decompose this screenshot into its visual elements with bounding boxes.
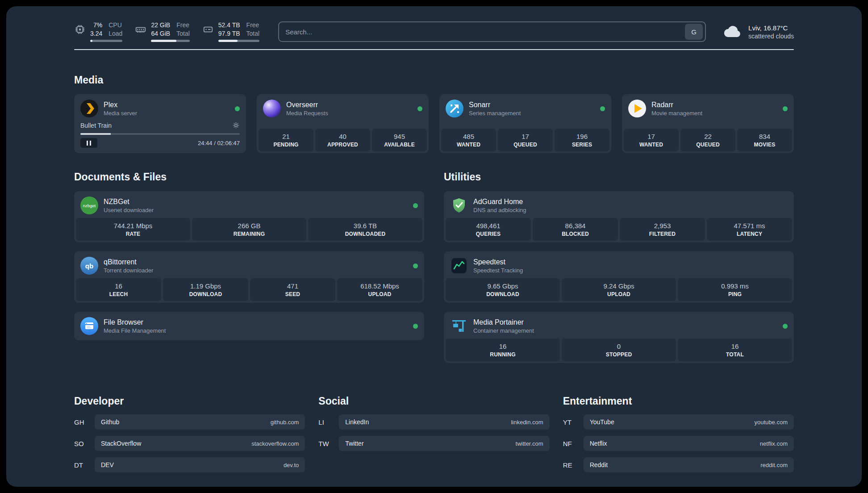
- status-dot: [413, 263, 418, 268]
- cpu-progress-bar: [90, 40, 122, 42]
- service-subtitle: Media Requests: [286, 110, 328, 117]
- section-title-developer: Developer: [74, 395, 305, 407]
- stat-rate: 744.21 Mbps RATE: [76, 218, 190, 241]
- card-speedtest[interactable]: Speedtest Speedtest Tracking 9.65 Gbps D…: [444, 251, 794, 303]
- stat-blocked: 86,384 BLOCKED: [533, 218, 618, 241]
- stat-movies: 834 MOVIES: [737, 129, 792, 151]
- stat-latency: 47.571 ms LATENCY: [707, 218, 792, 241]
- card-overseerr[interactable]: Overseerr Media Requests 21 PENDING 40 A…: [257, 94, 429, 153]
- card-radarr[interactable]: Radarr Movie management 17 WANTED 22 QUE…: [622, 94, 794, 153]
- dashboard-panel: 7% CPU 3.24 Load 22 GiB: [6, 6, 862, 487]
- cloud-icon: [722, 25, 743, 39]
- bookmark-link[interactable]: Github github.com: [95, 414, 305, 430]
- service-subtitle: Torrent downloader: [104, 267, 153, 274]
- service-name: NZBGet: [104, 198, 154, 206]
- svg-text:qb: qb: [85, 262, 93, 270]
- card-plex[interactable]: Plex Media server Bullet Train: [74, 94, 246, 153]
- service-subtitle: Media File Management: [104, 327, 166, 334]
- service-name: Sonarr: [469, 101, 521, 109]
- bookmark-group-entertainment: Entertainment YT YouTube youtube.com NF …: [563, 395, 794, 472]
- service-subtitle: Media server: [104, 110, 137, 117]
- search-provider-button[interactable]: G: [685, 24, 703, 40]
- cpu-load-value: 3.24: [90, 30, 102, 38]
- status-dot: [783, 106, 788, 111]
- filebrowser-icon: [80, 317, 98, 335]
- service-name: File Browser: [104, 318, 166, 326]
- bookmark-link[interactable]: DEV dev.to: [95, 457, 305, 472]
- bookmark-group-developer: Developer GH Github github.com SO StackO…: [74, 395, 305, 472]
- memory-icon: [135, 24, 146, 35]
- stat-downloaded: 39.6 TB DOWNLOADED: [308, 218, 422, 241]
- cpu-icon: [74, 24, 86, 35]
- playback-progress-bar[interactable]: [80, 133, 240, 135]
- speedtest-icon: [450, 257, 468, 275]
- memory-progress-bar: [151, 40, 189, 42]
- weather-location: Lviv, 16.87°C: [748, 24, 794, 32]
- bookmark-abbr: DT: [74, 461, 95, 469]
- card-portainer[interactable]: Media Portainer Container management 16 …: [444, 312, 794, 363]
- bookmark-reddit: RE Reddit reddit.com: [563, 457, 794, 472]
- bookmark-abbr: LI: [318, 418, 339, 426]
- playback-progress-fill: [80, 133, 111, 135]
- gear-icon[interactable]: [232, 121, 240, 129]
- section-title-media: Media: [74, 74, 794, 86]
- weather-condition: scattered clouds: [748, 33, 794, 40]
- service-name: Radarr: [651, 101, 702, 109]
- service-name: qBittorrent: [104, 258, 153, 266]
- search-bar: G: [278, 21, 706, 42]
- bookmark-abbr: RE: [563, 461, 584, 469]
- memory-label-top: Free: [176, 21, 190, 29]
- memory-widget: 22 GiB Free 64 GiB Total: [135, 21, 189, 42]
- portainer-icon: [450, 317, 468, 335]
- bookmark-link[interactable]: Reddit reddit.com: [584, 457, 794, 472]
- status-dot: [413, 203, 418, 208]
- bookmark-youtube: YT YouTube youtube.com: [563, 414, 794, 430]
- bookmark-linkedin: LI LinkedIn linkedin.com: [318, 414, 549, 430]
- section-title-utilities: Utilities: [444, 171, 794, 183]
- service-subtitle: DNS and adblocking: [473, 207, 526, 213]
- bookmark-link[interactable]: Netflix netflix.com: [584, 436, 794, 451]
- service-subtitle: Usenet downloader: [104, 207, 154, 213]
- disk-total: 97.9 TB: [218, 30, 240, 38]
- service-subtitle: Movie management: [651, 110, 702, 117]
- stat-remaining: 266 GB REMAINING: [192, 218, 306, 241]
- card-nzbget[interactable]: nzbget NZBGet Usenet downloader 74: [74, 191, 424, 242]
- stat-queued: 17 QUEUED: [498, 129, 553, 151]
- pause-button[interactable]: [80, 138, 97, 148]
- bookmark-link[interactable]: YouTube youtube.com: [584, 414, 794, 430]
- disk-label-top: Free: [246, 21, 260, 29]
- stat-download: 9.65 Gbps DOWNLOAD: [446, 278, 560, 301]
- playback-time: 24:44 / 02:06:47: [198, 140, 240, 146]
- qbittorrent-icon: qb: [80, 257, 98, 275]
- bookmark-abbr: SO: [74, 440, 95, 447]
- cpu-widget: 7% CPU 3.24 Load: [74, 21, 122, 42]
- card-filebrowser[interactable]: File Browser Media File Management: [74, 312, 424, 340]
- stat-approved: 40 APPROVED: [315, 129, 370, 151]
- service-name: Speedtest: [473, 258, 523, 266]
- stat-pending: 21 PENDING: [259, 129, 313, 151]
- stat-stopped: 0 STOPPED: [562, 338, 676, 361]
- bookmark-link[interactable]: LinkedIn linkedin.com: [339, 414, 549, 430]
- radarr-icon: [628, 100, 646, 117]
- memory-progress-fill: [151, 40, 176, 42]
- service-subtitle: Series management: [469, 110, 521, 117]
- topbar-divider: [74, 49, 794, 50]
- bookmark-link[interactable]: Twitter twitter.com: [339, 436, 549, 451]
- card-sonarr[interactable]: Sonarr Series management 485 WANTED 17 Q…: [439, 94, 611, 153]
- stat-queries: 498,461 QUERIES: [446, 218, 531, 241]
- search-input[interactable]: [285, 28, 685, 36]
- cpu-percent: 7%: [90, 21, 102, 29]
- service-name: Plex: [104, 101, 137, 109]
- service-name: Overseerr: [286, 101, 328, 109]
- memory-label-bottom: Total: [176, 30, 190, 38]
- service-name: AdGuard Home: [473, 198, 526, 206]
- stat-total: 16 TOTAL: [678, 338, 792, 361]
- disk-progress-fill: [218, 40, 238, 42]
- card-qbittorrent[interactable]: qb qBittorrent Torrent downloader: [74, 251, 424, 303]
- disk-label-bottom: Total: [246, 30, 260, 38]
- now-playing-title: Bullet Train: [80, 122, 112, 129]
- stat-upload: 618.52 Mbps UPLOAD: [337, 278, 422, 301]
- card-adguard[interactable]: AdGuard Home DNS and adblocking 498,461 …: [444, 191, 794, 242]
- bookmark-link[interactable]: StackOverflow stackoverflow.com: [95, 436, 305, 451]
- svg-text:nzbget: nzbget: [83, 203, 96, 208]
